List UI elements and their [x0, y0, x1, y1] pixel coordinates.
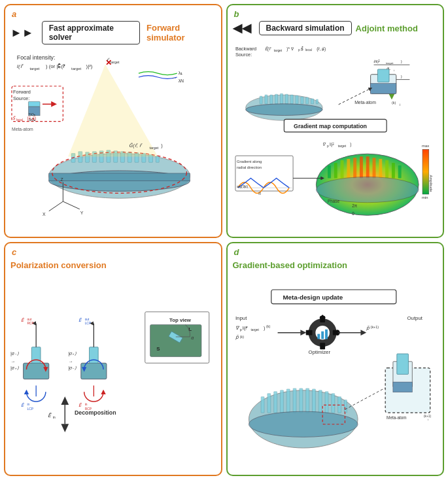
panel-c: c Polarization conversion Ẽ out RCP	[4, 242, 222, 476]
svg-rect-106	[385, 160, 388, 178]
svg-text:in: in	[27, 403, 29, 406]
svg-text:): )	[400, 60, 402, 63]
svg-text:Output: Output	[407, 315, 422, 321]
svg-text:LCP: LCP	[85, 322, 91, 325]
svg-text:target: target	[273, 49, 282, 52]
svg-text:(k): (k)	[266, 324, 269, 328]
svg-text:target: target	[150, 146, 159, 150]
svg-line-47	[63, 201, 79, 209]
svg-rect-110	[422, 149, 428, 194]
svg-text:in: in	[53, 415, 56, 419]
svg-text:p: p	[239, 328, 241, 332]
svg-text:Meta-atom: Meta-atom	[12, 127, 33, 131]
svg-text:out: out	[27, 318, 31, 321]
svg-rect-200	[280, 390, 283, 413]
panel-a-title: Forward simulator	[146, 23, 215, 43]
svg-text:Ẽ: Ẽ	[21, 402, 25, 407]
svg-text:Y: Y	[80, 211, 84, 215]
panel-b-title: Adjoint method	[356, 24, 418, 33]
svg-text:G̃(r̃, r̃: G̃(r̃, r̃	[129, 143, 143, 148]
panel-b: b ◀◀ Backward simulation Adjoint method …	[226, 4, 445, 238]
panel-c-label: c	[12, 247, 16, 257]
svg-text:): )	[264, 325, 265, 331]
svg-text:Meta-atom: Meta-atom	[354, 100, 376, 105]
backward-box-label: Backward simulation	[266, 24, 345, 33]
svg-rect-103	[366, 156, 369, 178]
svg-text:Backward: Backward	[235, 46, 256, 52]
svg-text:Optimizer: Optimizer	[308, 349, 330, 355]
forward-arrow: ►►	[10, 26, 34, 40]
svg-rect-207	[325, 392, 328, 413]
svg-text:): )	[400, 75, 402, 78]
svg-rect-100	[347, 159, 350, 178]
svg-text:local: local	[305, 48, 311, 52]
svg-rect-36	[49, 173, 190, 181]
svg-text:i: i	[393, 69, 394, 72]
svg-text:target: target	[29, 67, 39, 71]
svg-rect-91	[377, 69, 389, 82]
svg-marker-38	[68, 64, 158, 156]
svg-text:R: R	[258, 192, 261, 196]
svg-text:|σ₋⟩: |σ₋⟩	[68, 366, 77, 371]
panel-b-diagram: Backward Source: Ẽ(r̃ target )* ∇ p S̃ l…	[233, 35, 438, 225]
svg-text:I(r̃: I(r̃	[17, 63, 24, 69]
svg-text:2π: 2π	[352, 203, 358, 208]
svg-text:in: in	[85, 403, 88, 406]
svg-text:max: max	[422, 144, 429, 148]
svg-text:Top view: Top view	[169, 317, 192, 323]
panel-a-label: a	[12, 9, 16, 19]
svg-rect-204	[305, 388, 309, 413]
svg-rect-188	[317, 334, 320, 339]
svg-rect-108	[398, 165, 401, 179]
svg-text:target: target	[250, 328, 259, 332]
svg-text:p: p	[298, 48, 300, 52]
svg-text:∂I(r̃: ∂I(r̃	[373, 60, 379, 63]
solver-box-label: Fast approximate solver	[49, 24, 114, 42]
panel-a-diagram: Focal intensity: I(r̃ target ) (or |Ẽ(r̃…	[10, 46, 216, 235]
svg-rect-99	[340, 160, 343, 178]
svg-text:min: min	[422, 196, 428, 199]
svg-rect-98	[334, 163, 337, 179]
svg-rect-86	[305, 97, 308, 104]
panel-d: d Gradient-based optimization Meta-desig…	[226, 242, 445, 476]
panel-d-label: d	[234, 247, 239, 257]
svg-text:Ẽ: Ẽ	[78, 402, 82, 407]
svg-text:): )	[350, 142, 351, 147]
svg-text:p̃: p̃	[235, 334, 238, 340]
svg-text:0: 0	[352, 211, 354, 216]
svg-marker-165	[61, 396, 69, 405]
svg-text:(k): (k)	[239, 335, 243, 339]
svg-rect-78	[264, 95, 267, 104]
svg-text:Forward: Forward	[13, 89, 31, 95]
svg-text:(k+1): (k+1)	[370, 325, 379, 329]
svg-rect-190	[325, 330, 328, 339]
svg-text:Decomposition: Decomposition	[75, 409, 116, 416]
svg-rect-87	[311, 99, 313, 104]
svg-rect-102	[359, 156, 362, 178]
svg-rect-97	[327, 165, 330, 179]
svg-rect-203	[299, 388, 302, 413]
svg-text:Source:: Source:	[235, 52, 251, 58]
svg-point-89	[245, 104, 322, 116]
svg-text:Meta-atom: Meta-atom	[387, 415, 406, 420]
svg-text:(r̃, p̃): (r̃, p̃)	[317, 46, 326, 52]
svg-text:...: ...	[172, 74, 177, 80]
svg-rect-81	[280, 94, 283, 104]
svg-text:I(r̃: I(r̃	[329, 142, 334, 147]
svg-rect-208	[331, 394, 334, 413]
svg-rect-205	[312, 389, 315, 413]
svg-text:)* ∇: )* ∇	[286, 46, 294, 52]
svg-rect-107	[391, 163, 394, 179]
svg-rect-216	[396, 354, 408, 374]
svg-text:i: i	[427, 418, 428, 421]
svg-text:S: S	[156, 346, 160, 352]
backward-box: Backward simulation	[259, 21, 352, 35]
svg-text:) (or |Ẽ(r̃: ) (or |Ẽ(r̃	[46, 63, 65, 69]
svg-text:Ẽ: Ẽ	[48, 412, 52, 419]
svg-rect-101	[353, 158, 356, 178]
fast-solver-box: Fast approximate solver	[42, 21, 140, 44]
svg-rect-199	[273, 392, 277, 413]
svg-text:Meta-design update: Meta-design update	[283, 294, 343, 301]
main-grid: a ►► Fast approximate solver Forward sim…	[0, 0, 448, 480]
svg-text:Ẽ: Ẽ	[21, 317, 25, 322]
